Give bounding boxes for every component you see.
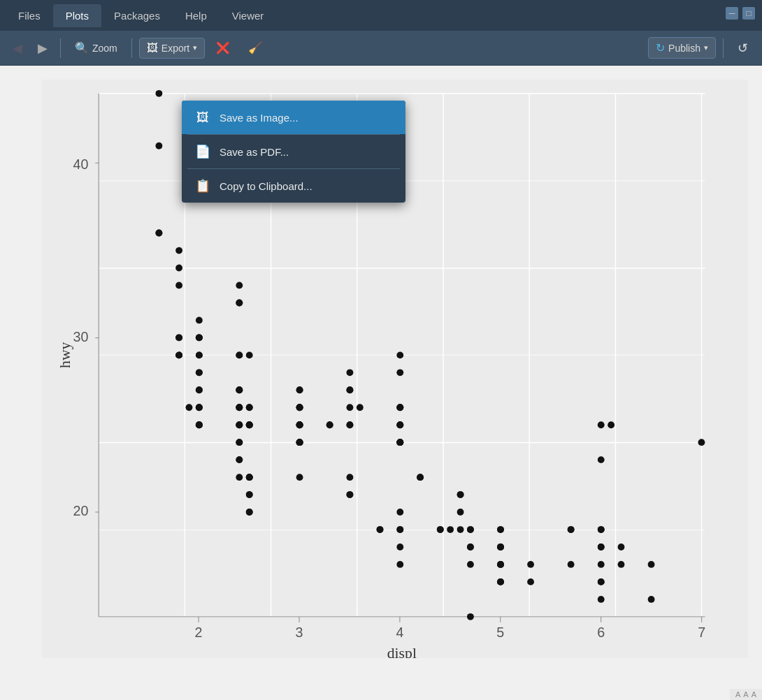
data-dot [396,439,403,446]
data-dot [648,561,655,568]
export-icon: 🖼 [147,42,158,54]
save-image-label: Save as Image... [220,112,299,124]
minimize-button[interactable]: ─ [726,7,738,20]
export-button[interactable]: 🖼 Export ▾ [139,38,205,59]
data-dot [396,561,403,568]
data-dot [196,351,203,358]
save-pdf-icon: 📄 [194,143,211,160]
data-dot [648,596,655,603]
export-dropdown-menu: 🖼 Save as Image... 📄 Save as PDF... 📋 Co… [182,101,405,203]
data-dot [246,474,253,481]
data-dot [527,578,534,585]
save-image-icon: 🖼 [194,109,211,126]
status-a1: A [735,690,740,699]
data-dot [396,509,403,516]
data-dot [377,526,384,533]
copy-clipboard-label: Copy to Clipboard... [220,180,312,192]
maximize-button[interactable]: □ [742,7,755,20]
save-as-pdf-item[interactable]: 📄 Save as PDF... [182,135,405,168]
data-dot [296,404,303,411]
broom-button[interactable]: 🧹 [241,38,269,58]
data-dot [598,596,605,603]
data-dot [347,474,354,481]
publish-button[interactable]: ↻ Publish ▾ [648,37,716,59]
zoom-button[interactable]: 🔍 Zoom [68,38,124,58]
data-dot [598,421,605,428]
data-dot [698,439,705,446]
data-dot [155,230,162,237]
data-dot [296,386,303,393]
data-dot [236,456,243,463]
publish-icon: ↻ [656,41,665,54]
back-button[interactable]: ◀ [7,38,28,59]
svg-text:3: 3 [296,625,303,640]
svg-text:2: 2 [195,625,203,640]
svg-text:4: 4 [396,625,403,640]
data-dot [347,421,354,428]
data-dot [236,439,243,446]
tab-packages[interactable]: Packages [101,4,173,27]
data-dot [155,143,162,150]
tab-plots[interactable]: Plots [53,4,101,27]
tab-help[interactable]: Help [173,4,220,27]
forward-button[interactable]: ▶ [32,38,53,59]
data-dot [396,526,403,533]
data-dot [236,421,243,428]
data-dot [246,404,253,411]
data-dot [236,351,243,358]
data-dot [347,386,354,393]
data-dot [175,334,182,341]
status-a2: A [743,690,748,699]
copy-clipboard-item[interactable]: 📋 Copy to Clipboard... [182,169,405,203]
data-dot [175,265,182,272]
tab-files[interactable]: Files [6,4,53,27]
data-dot [326,421,333,428]
data-dot [246,351,253,358]
data-dot [527,561,534,568]
data-dot [467,526,474,533]
data-dot [347,404,354,411]
publish-chevron-icon: ▾ [704,43,708,52]
data-dot [396,369,403,376]
window-controls: ─ □ [726,7,755,20]
tab-viewer[interactable]: Viewer [220,4,277,27]
data-dot [598,561,605,568]
data-dot [196,386,203,393]
data-dot [196,421,203,428]
data-dot [236,474,243,481]
data-dot [186,404,193,411]
data-dot [296,439,303,446]
svg-text:7: 7 [698,625,705,640]
broom-icon: 🧹 [248,41,262,54]
data-dot [467,544,474,550]
data-dot [347,491,354,498]
data-dot [396,544,403,550]
refresh-button[interactable]: ↺ [731,37,755,59]
save-as-image-item[interactable]: 🖼 Save as Image... [182,101,405,134]
data-dot [347,369,354,376]
data-dot [467,613,474,620]
data-dot [497,578,504,585]
data-dot [457,491,464,498]
data-dot [598,526,605,533]
data-dot [618,544,625,550]
data-dot [236,300,243,307]
data-dot [236,282,243,289]
toolbar-separator-2 [131,38,132,58]
clear-button[interactable]: ❌ [209,38,237,58]
export-chevron-icon: ▾ [193,43,197,52]
svg-text:20: 20 [73,503,88,518]
data-dot [396,351,403,358]
data-dot [175,282,182,289]
svg-text:6: 6 [597,625,605,640]
data-dot [568,561,575,568]
data-dot [396,421,403,428]
data-dot [457,509,464,516]
data-dot [608,421,614,428]
clipboard-icon: 📋 [194,177,211,194]
data-dot [155,90,162,97]
data-dot [497,526,504,533]
data-dot [437,526,444,533]
data-dot [246,421,253,428]
svg-text:30: 30 [73,329,88,344]
